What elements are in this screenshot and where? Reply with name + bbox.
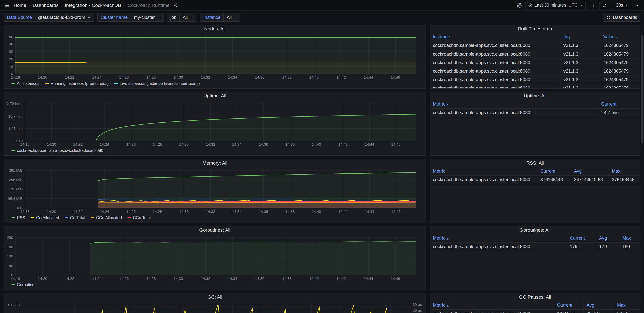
var-instance-select[interactable]: All	[224, 13, 240, 21]
svg-text:14:46: 14:46	[391, 209, 401, 214]
refresh-button[interactable]	[600, 2, 609, 9]
rss-table-table: MetricCurrentAvgMaxcockroachdb.sample-ap…	[430, 167, 640, 184]
column-header-value[interactable]: Value▾	[600, 33, 640, 41]
table-header-row: instancetagValue▾	[430, 33, 640, 41]
dashboard-settings-button[interactable]	[516, 2, 523, 9]
menu-toggle-button[interactable]	[4, 2, 11, 9]
var-cluster-select[interactable]: my-cluster	[131, 13, 163, 21]
legend-item[interactable]: Live instances (instance liveness heartb…	[114, 81, 200, 86]
svg-text:14:30: 14:30	[174, 276, 183, 281]
column-header-current[interactable]: Current	[537, 167, 571, 176]
gc-chart[interactable]: 14:1814:2014:2214:2414:2614:2814:3014:32…	[4, 301, 426, 313]
legend-swatch-icon	[11, 284, 15, 285]
memory-chart[interactable]: 14:1814:2014:2214:2414:2614:2814:3014:32…	[4, 167, 426, 215]
legend-label: RSS	[17, 216, 25, 220]
goroutines-chart[interactable]: 14:1814:2014:2214:2414:2614:2814:3014:32…	[4, 234, 426, 282]
column-header-current[interactable]: Current	[554, 301, 583, 310]
column-header-metric[interactable]: Metric▴	[430, 301, 554, 310]
breadcrumb-item-cockroach-runtime: Cockroach Runtime	[128, 3, 170, 8]
panel-title[interactable]: Goroutines: All	[4, 226, 426, 234]
svg-text:16.7 min: 16.7 min	[8, 114, 23, 118]
collapse-toolbar-button[interactable]	[633, 2, 640, 9]
svg-text:14:30: 14:30	[174, 75, 183, 79]
dashboards-link-button[interactable]: Dashboards	[603, 13, 640, 22]
svg-text:14:24: 14:24	[92, 75, 102, 79]
legend-item[interactable]: Go Allocated	[31, 216, 59, 220]
svg-text:10: 10	[9, 64, 13, 69]
sort-desc-icon: ▾	[616, 35, 618, 39]
var-datasource-select[interactable]: grafanacloud-k3d-prom	[35, 13, 94, 21]
table-cell: v21.1.3	[560, 84, 600, 89]
panel-title[interactable]: Uptime: All	[4, 92, 426, 100]
panel-title[interactable]: GC Pauses: All	[430, 293, 640, 301]
breadcrumb-item-integration-cockroachdb[interactable]: Integration - CockroachDB	[65, 3, 121, 8]
legend-item[interactable]: Go Total	[65, 216, 85, 220]
column-header-max[interactable]: Max	[619, 234, 640, 243]
svg-text:14:46: 14:46	[391, 276, 400, 281]
table-cell: 25.72 µs	[583, 310, 614, 313]
legend-item[interactable]: RSS	[11, 216, 25, 220]
legend-item[interactable]: All instances	[11, 81, 39, 86]
panel-title[interactable]: Goroutines: All	[430, 226, 640, 234]
svg-text:14:44: 14:44	[364, 276, 373, 281]
navbar-left: Home›Dashboards›Integration - CockroachD…	[4, 2, 180, 9]
nodes-chart[interactable]: 14:1814:2014:2214:2414:2614:2814:3014:32…	[4, 33, 426, 81]
svg-text:20: 20	[9, 57, 13, 61]
svg-text:50: 50	[9, 35, 13, 39]
column-header-current[interactable]: Current	[567, 234, 596, 243]
svg-text:14:40: 14:40	[312, 142, 321, 146]
right-column: Built TimestampinstancetagValue▾cockroac…	[430, 25, 640, 313]
table-header-row: Metric▾Current	[430, 100, 640, 109]
table-cell: 24.7 min	[598, 109, 640, 117]
column-header-current[interactable]: Current	[598, 100, 640, 109]
column-header-max[interactable]: Max	[609, 167, 640, 176]
panel-title[interactable]: Built Timestamp	[430, 25, 640, 33]
legend-item[interactable]: Goroutines	[11, 283, 36, 287]
svg-text:14:20: 14:20	[38, 276, 47, 281]
panel-title[interactable]: Memory: All	[4, 159, 426, 167]
built-timestamp-table: instancetagValue▾cockroachdb.sample-apps…	[430, 33, 640, 88]
column-header-metric[interactable]: Metric▴	[430, 234, 567, 243]
column-header-avg[interactable]: Avg	[571, 167, 609, 176]
var-job-select[interactable]: All	[180, 13, 196, 21]
column-header-metric[interactable]: Metric	[430, 167, 537, 176]
table-cell: 1624305479	[600, 76, 640, 84]
zoom-out-time-button[interactable]	[588, 2, 597, 9]
timezone-label: UTC	[568, 3, 578, 8]
panel-title[interactable]: Nodes: All	[4, 25, 426, 33]
table-cell: cockroachdb.sample-apps.svc.cluster.loca…	[430, 109, 598, 117]
column-header-metric[interactable]: Metric▾	[430, 100, 598, 109]
svg-text:10 s: 10 s	[16, 139, 23, 143]
table-cell: 1624305479	[600, 41, 640, 50]
svg-text:14:26: 14:26	[126, 209, 136, 214]
page-scrollbar[interactable]	[641, 35, 643, 143]
share-dashboard-button[interactable]	[172, 2, 180, 9]
column-header-tag[interactable]: tag	[560, 33, 600, 41]
legend-item[interactable]: CGo Allocated	[91, 216, 122, 220]
svg-text:14:36: 14:36	[259, 209, 268, 214]
time-range-picker[interactable]: Last 30 minutes UTC	[525, 2, 586, 9]
svg-text:14:30: 14:30	[179, 142, 189, 146]
column-header-avg[interactable]: Avg	[596, 234, 619, 243]
svg-text:191 MiB: 191 MiB	[9, 187, 23, 191]
breadcrumb-item-home[interactable]: Home	[14, 3, 26, 8]
svg-text:14:26: 14:26	[126, 142, 136, 146]
refresh-interval-dropdown[interactable]: 30s	[613, 2, 631, 9]
panel-title[interactable]: Uptime: All	[430, 92, 640, 100]
svg-text:0 B: 0 B	[17, 206, 23, 210]
legend-item[interactable]: Running instances (prometheus)	[45, 81, 109, 86]
column-header-instance[interactable]: instance	[430, 33, 560, 41]
panel-title[interactable]: GC: All	[4, 293, 426, 301]
uptime-chart[interactable]: 14:1814:2014:2214:2414:2614:2814:3014:32…	[4, 100, 426, 148]
legend-item[interactable]: CGo Total	[127, 216, 151, 220]
breadcrumb-item-dashboards[interactable]: Dashboards	[33, 3, 58, 8]
panel-title[interactable]: RSS: All	[430, 159, 640, 167]
table-cell: 376168448	[609, 176, 640, 184]
column-header-avg[interactable]: Avg	[583, 301, 614, 310]
var-cluster-value: my-cluster	[134, 15, 155, 20]
var-datasource-label: Data Source	[4, 13, 35, 21]
panel-gc-pauses-table: GC Pauses: AllMetric▴CurrentAvgMaxcockro…	[430, 293, 640, 313]
legend-label: Go Allocated	[36, 216, 59, 220]
legend-item[interactable]: cockroachdb.sample-apps.svc.cluster.loca…	[11, 148, 103, 153]
column-header-max[interactable]: Max	[614, 301, 640, 310]
